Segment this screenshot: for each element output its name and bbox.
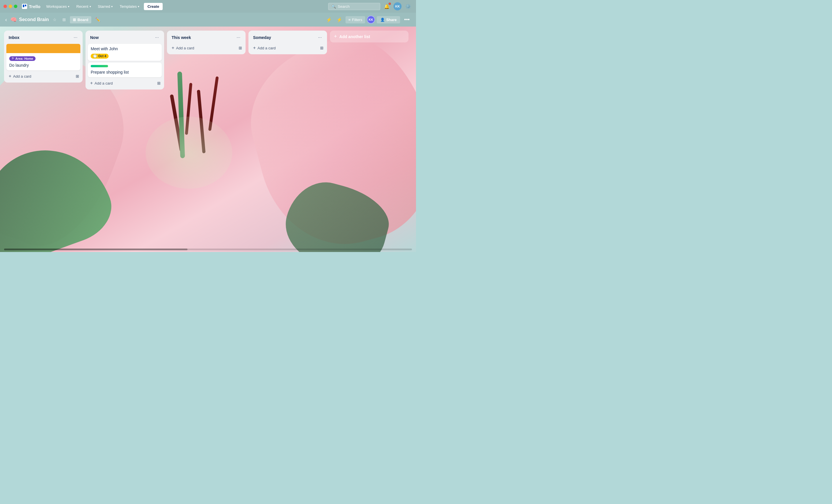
gear-icon: ⚙️ bbox=[405, 4, 411, 9]
board-header: ‹ 🧠 Second Brain ☆ ⊞ ⊞ Board ✏️ ⚡ ⚡ ≡ Fi… bbox=[0, 13, 416, 27]
share-button[interactable]: 👤 Share bbox=[377, 16, 400, 23]
workspace-icon: ⊞ bbox=[62, 17, 66, 22]
clock-icon: 🕐 bbox=[93, 54, 97, 58]
list-header-inbox: Inbox ··· bbox=[6, 33, 80, 42]
board-view-button[interactable]: ⊞ Board bbox=[70, 16, 91, 23]
power-icon: ⚡ bbox=[326, 17, 332, 23]
list-inbox: Inbox ··· ⚐ Area: Home Do laundry + Add … bbox=[4, 31, 83, 83]
list-title-now: Now bbox=[90, 35, 99, 40]
add-card-button-someday[interactable]: + Add a card bbox=[251, 44, 319, 52]
star-button[interactable]: ☆ bbox=[51, 16, 58, 23]
notification-button[interactable]: 🔔 bbox=[383, 2, 391, 11]
board-icon: ⊞ bbox=[73, 18, 76, 22]
card-do-laundry[interactable]: ⚐ Area: Home Do laundry bbox=[6, 44, 80, 71]
template-icon: ⊞ bbox=[157, 81, 161, 85]
minimize-button[interactable] bbox=[9, 5, 12, 8]
search-icon: 🔍 bbox=[331, 4, 336, 9]
filters-button[interactable]: ≡ Filters bbox=[345, 16, 365, 23]
svg-rect-1 bbox=[25, 5, 26, 6]
svg-rect-0 bbox=[23, 5, 24, 7]
create-button[interactable]: Create bbox=[144, 3, 162, 10]
add-card-button-inbox[interactable]: + Add a card bbox=[6, 72, 75, 80]
recent-menu[interactable]: Recent ▾ bbox=[74, 3, 93, 10]
notification-dot bbox=[389, 3, 391, 5]
card-green-strip bbox=[91, 65, 108, 67]
lists-container: Inbox ··· ⚐ Area: Home Do laundry + Add … bbox=[0, 27, 416, 252]
board-right-buttons: ⚡ ⚡ ≡ Filters KK 👤 Share ••• bbox=[325, 16, 412, 24]
list-header-this-week: This week ··· bbox=[169, 33, 243, 42]
share-label: Share bbox=[386, 18, 397, 22]
list-header-someday: Someday ··· bbox=[251, 33, 325, 42]
add-list-label: Add another list bbox=[339, 34, 370, 39]
label-icon: ⚐ bbox=[11, 57, 14, 60]
card-label-area-home: ⚐ Area: Home bbox=[9, 56, 35, 61]
list-title-this-week: This week bbox=[172, 35, 191, 40]
board-title[interactable]: Second Brain bbox=[19, 17, 49, 22]
list-header-now: Now ··· bbox=[88, 33, 162, 42]
date-badge-oct4: 🕐 Oct 4 bbox=[91, 54, 109, 59]
card-title-do-laundry: Do laundry bbox=[9, 63, 77, 68]
card-meet-john[interactable]: Meet with John 🕐 Oct 4 bbox=[88, 44, 162, 61]
list-this-week: This week ··· + Add a card ⊞ bbox=[167, 31, 245, 54]
add-list-button[interactable]: + Add another list bbox=[330, 31, 409, 43]
workspace-icon-button[interactable]: ⊞ bbox=[61, 16, 68, 23]
plus-icon: + bbox=[253, 46, 256, 50]
search-placeholder: Search bbox=[338, 4, 349, 9]
template-button-inbox[interactable]: ⊞ bbox=[75, 73, 80, 80]
automation-button[interactable]: ⚡ bbox=[335, 16, 344, 24]
templates-menu[interactable]: Templates ▾ bbox=[117, 3, 141, 10]
add-card-button-this-week[interactable]: + Add a card bbox=[169, 44, 237, 52]
ellipsis-icon: ••• bbox=[404, 17, 410, 23]
share-icon: 👤 bbox=[380, 18, 385, 22]
maximize-button[interactable] bbox=[14, 5, 17, 8]
close-button[interactable] bbox=[3, 5, 7, 8]
board-view-label: Board bbox=[77, 18, 88, 22]
user-avatar[interactable]: KK bbox=[393, 2, 401, 10]
filter-icon: ≡ bbox=[348, 18, 351, 22]
list-title-inbox: Inbox bbox=[9, 35, 19, 40]
plus-icon: + bbox=[172, 46, 174, 50]
chevron-down-icon: ▾ bbox=[68, 5, 69, 8]
customize-button[interactable]: ✏️ bbox=[94, 16, 102, 23]
list-menu-button-someday[interactable]: ··· bbox=[316, 34, 323, 41]
power-ups-button[interactable]: ⚡ bbox=[325, 16, 333, 24]
filters-label: Filters bbox=[352, 18, 362, 22]
template-icon: ⊞ bbox=[239, 46, 242, 50]
topbar: Trello Workspaces ▾ Recent ▾ Starred ▾ T… bbox=[0, 0, 416, 13]
app-name: Trello bbox=[29, 4, 41, 9]
list-menu-button-this-week[interactable]: ··· bbox=[235, 34, 242, 41]
template-button-someday[interactable]: ⊞ bbox=[319, 45, 325, 51]
template-button-now[interactable]: ⊞ bbox=[156, 80, 162, 87]
search-bar[interactable]: 🔍 Search bbox=[328, 3, 380, 10]
card-shopping-list[interactable]: Prepare shopping list bbox=[88, 63, 162, 78]
plus-icon: + bbox=[9, 74, 11, 79]
list-now: Now ··· Meet with John 🕐 Oct 4 Prepare s… bbox=[85, 31, 164, 89]
add-card-button-now[interactable]: + Add a card bbox=[88, 79, 156, 87]
workspaces-menu[interactable]: Workspaces ▾ bbox=[44, 3, 72, 10]
back-button[interactable]: ‹ bbox=[4, 16, 8, 24]
card-title-meet-john: Meet with John bbox=[91, 46, 159, 52]
card-title-shopping: Prepare shopping list bbox=[91, 69, 159, 75]
board-emoji: 🧠 bbox=[10, 17, 17, 23]
lightning-icon: ⚡ bbox=[337, 17, 342, 23]
board-member-avatar[interactable]: KK bbox=[367, 16, 375, 24]
star-icon: ☆ bbox=[53, 17, 57, 22]
settings-button[interactable]: ⚙️ bbox=[404, 2, 413, 11]
chevron-down-icon: ▾ bbox=[111, 5, 113, 8]
template-button-this-week[interactable]: ⊞ bbox=[237, 45, 243, 51]
chevron-down-icon: ▾ bbox=[89, 5, 91, 8]
template-icon: ⊞ bbox=[320, 46, 323, 50]
template-icon: ⊞ bbox=[76, 74, 79, 79]
plus-icon: + bbox=[90, 81, 93, 85]
card-yellow-banner bbox=[6, 44, 80, 53]
more-options-button[interactable]: ••• bbox=[402, 16, 412, 24]
list-menu-button-inbox[interactable]: ··· bbox=[72, 34, 79, 41]
traffic-lights bbox=[3, 5, 17, 8]
list-someday: Someday ··· + Add a card ⊞ bbox=[249, 31, 327, 54]
customize-icon: ✏️ bbox=[95, 17, 100, 22]
list-menu-button-now[interactable]: ··· bbox=[153, 34, 161, 41]
starred-menu[interactable]: Starred ▾ bbox=[96, 3, 115, 10]
board-content: Inbox ··· ⚐ Area: Home Do laundry + Add … bbox=[0, 27, 416, 252]
trello-logo[interactable]: Trello bbox=[22, 4, 41, 9]
trello-logo-icon bbox=[22, 4, 27, 9]
